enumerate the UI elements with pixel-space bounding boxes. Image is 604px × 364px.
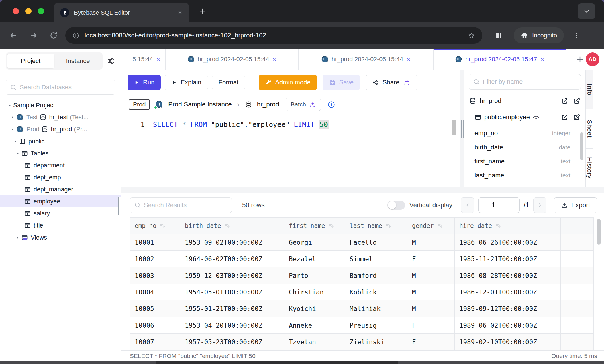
close-tab-icon[interactable] [272,57,277,62]
view-code-icon[interactable]: <> [533,114,539,121]
table-cell[interactable]: 10005 [130,300,180,317]
table-cell[interactable]: 1955-01-21T00:00:00Z [180,300,284,317]
column-row[interactable]: emp_nointeger [464,126,585,140]
table-cell[interactable]: F [407,334,455,350]
tree-item[interactable]: Tables [0,147,121,159]
table-row[interactable]: 100041954-05-01T00:00:00ZChirstianKoblic… [130,284,593,300]
table-cell[interactable]: 1989-02-10T00:00:00Z [455,334,561,350]
table-cell[interactable]: M [407,284,455,300]
close-window-button[interactable] [13,8,19,14]
sidebar-resize-handle[interactable] [118,197,121,215]
table-cell[interactable]: F [407,317,455,334]
editor-scrollbar-thumb[interactable] [452,120,456,135]
edit-icon[interactable] [573,98,580,104]
tree-item[interactable]: department [0,159,121,171]
table-row[interactable]: 100021964-06-02T00:00:00ZBezalelSimmelF1… [130,251,593,267]
batch-button[interactable]: Batch [286,98,321,111]
sidebar-settings-icon[interactable] [107,57,115,65]
tab-search-button[interactable] [578,3,595,19]
close-tab-icon[interactable] [177,10,183,15]
column-header[interactable]: last_name [345,218,407,234]
close-tab-icon[interactable] [540,57,545,62]
column-header[interactable]: hire_date [455,218,561,234]
column-row[interactable]: last_nametext [464,168,585,182]
table-cell[interactable]: 1986-08-28T00:00:00Z [455,267,561,284]
column-header[interactable]: first_name [284,218,345,234]
table-row[interactable]: 100061953-04-20T00:00:00ZAnnekePreusigF1… [130,317,593,334]
url-text[interactable]: localhost:8080/sql-editor/prod-sample-in… [85,32,462,39]
table-cell[interactable]: Tzvetan [284,334,345,350]
table-cell[interactable]: Chirstian [284,284,345,300]
table-cell[interactable]: 1989-09-12T00:00:00Z [455,300,561,317]
table-cell[interactable]: Bezalel [284,251,345,267]
table-cell[interactable]: 1986-12-01T00:00:00Z [455,284,561,300]
table-cell[interactable]: 1989-06-02T00:00:00Z [455,317,561,334]
reload-icon[interactable] [49,31,58,40]
table-cell[interactable]: Koblick [345,284,407,300]
database-name[interactable]: hr_prod [257,101,279,108]
schema-filter-input[interactable] [483,78,576,86]
table-cell[interactable]: 1985-11-21T00:00:00Z [455,251,561,267]
tree-item[interactable]: salary [0,207,121,219]
table-cell[interactable]: Zielinski [345,334,407,350]
tab-instance[interactable]: Instance [54,54,101,68]
tree-item[interactable]: Sample Project [0,99,121,111]
table-cell[interactable]: Maliniak [345,300,407,317]
tab-project[interactable]: Project [7,54,54,68]
share-button[interactable]: Share [366,75,417,90]
minimize-window-button[interactable] [25,8,32,14]
save-button[interactable]: Save [323,75,360,90]
table-cell[interactable]: Bamford [345,267,407,284]
caret-down-icon[interactable] [14,152,21,155]
editor-tab[interactable]: 5 15:44 [121,49,166,70]
caret-down-icon[interactable] [6,104,13,107]
side-panel-icon[interactable] [494,31,503,40]
column-row[interactable]: birth_datedate [464,140,585,154]
database-search[interactable] [6,80,115,95]
sort-icon[interactable] [328,223,334,229]
table-cell[interactable]: 10006 [130,317,180,334]
table-cell[interactable]: 1986-06-26T00:00:00Z [455,234,561,251]
table-cell[interactable]: Facello [345,234,407,251]
export-button[interactable]: Export [554,197,597,213]
table-cell[interactable]: 10007 [130,334,180,350]
table-cell[interactable]: M [407,234,455,251]
external-link-icon[interactable] [561,98,568,104]
new-sheet-icon[interactable] [576,55,584,64]
next-page-button[interactable] [533,197,546,213]
editor-tab-active[interactable]: hr_prod 2024-02-05 15:47 [434,49,566,70]
maximize-window-button[interactable] [38,8,44,14]
schema-filter[interactable] [469,74,581,90]
table-cell[interactable]: Simmel [345,251,407,267]
forward-icon[interactable] [29,31,38,40]
column-header[interactable]: birth_date [180,218,284,234]
tree-item[interactable]: dept_manager [0,183,121,195]
side-tab-history[interactable]: History [586,149,593,188]
table-cell[interactable]: 10001 [130,234,180,251]
new-browser-tab-icon[interactable] [198,7,206,15]
schema-scrollbar-thumb[interactable] [580,132,583,160]
sql-editor[interactable]: 1 SELECT * FROM "public"."employee" LIMI… [121,114,460,187]
table-cell[interactable]: 1954-05-01T00:00:00Z [180,284,284,300]
close-tab-icon[interactable] [156,57,161,62]
table-cell[interactable]: Georgi [284,234,345,251]
table-cell[interactable]: Parto [284,267,345,284]
edit-icon[interactable] [573,114,580,121]
database-search-input[interactable] [20,84,111,91]
instance-name[interactable]: Prod Sample Instance [168,101,232,108]
table-cell[interactable]: 1953-04-20T00:00:00Z [180,317,284,334]
table-row[interactable]: 100011953-09-02T00:00:00ZGeorgiFacelloM1… [130,234,593,251]
table-cell[interactable]: Anneke [284,317,345,334]
tree-item[interactable]: public [0,135,121,147]
results-scrollbar-thumb[interactable] [597,219,601,245]
sort-icon[interactable] [159,223,166,229]
editor-tab[interactable]: hr_prod 2024-02-05 15:44 [166,49,299,70]
caret-right-icon[interactable] [14,236,21,240]
schema-database-row[interactable]: hr_prod [464,94,585,108]
table-cell[interactable]: 1959-12-03T00:00:00Z [180,267,284,284]
tree-item[interactable]: Views [0,232,121,244]
caret-right-icon[interactable] [9,116,16,119]
table-row[interactable]: 100031959-12-03T00:00:00ZPartoBamfordM19… [130,267,593,284]
sort-icon[interactable] [437,223,443,229]
table-row[interactable]: 100051955-01-21T00:00:00ZKyoichiMaliniak… [130,300,593,317]
